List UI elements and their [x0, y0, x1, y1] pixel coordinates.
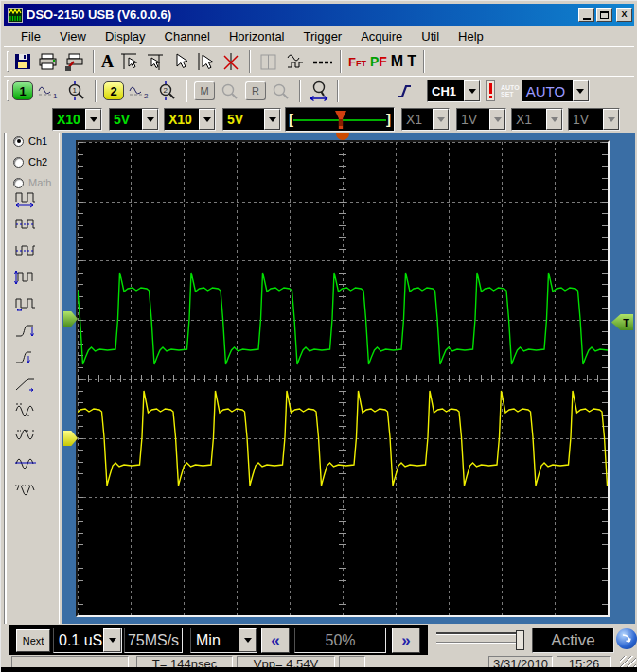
- ch1-probe-select[interactable]: X10: [52, 108, 102, 131]
- toolbar-separator: [423, 50, 425, 73]
- dropdown-arrow-icon[interactable]: [573, 80, 589, 101]
- menu-acquire[interactable]: Acquire: [351, 27, 412, 45]
- mean-icon: [14, 452, 37, 473]
- acquisition-status-value: Active: [551, 631, 594, 650]
- toolbar-vertical-settings: X10 5V X10 5V [ ] X1 1V X1: [4, 105, 634, 133]
- tool-negative-peak[interactable]: [14, 423, 46, 450]
- tool-delay[interactable]: [14, 370, 46, 397]
- trigger-mode-select[interactable]: AUTO: [522, 80, 590, 102]
- trigger-position-top-marker[interactable]: [336, 133, 349, 140]
- window-title: DSO-2150 USB (V6.0.0.6): [27, 8, 576, 22]
- save-button[interactable]: [10, 49, 35, 74]
- scroll-left-button[interactable]: «: [261, 628, 290, 653]
- reference-channel-icon: R: [245, 81, 266, 100]
- tool-rms[interactable]: [14, 476, 46, 503]
- maximize-button[interactable]: [596, 8, 612, 22]
- text-label-button[interactable]: A: [99, 49, 115, 74]
- cursor-delete-button[interactable]: [218, 49, 244, 74]
- menu-trigger[interactable]: Trigger: [294, 27, 352, 45]
- toolbar-grip[interactable]: [7, 80, 9, 101]
- title-bar: DSO-2150 USB (V6.0.0.6) X: [4, 4, 634, 26]
- dropdown-arrow-icon[interactable]: [142, 109, 158, 130]
- channel2-enable-button[interactable]: 2: [101, 79, 126, 103]
- ch1-volts-select[interactable]: 5V: [109, 108, 159, 131]
- trigger-position-slider[interactable]: [ ]: [285, 107, 395, 132]
- close-button[interactable]: X: [616, 8, 632, 22]
- dropdown-arrow-icon[interactable]: [264, 109, 280, 130]
- tool-burst-width[interactable]: [14, 264, 46, 291]
- tool-duty-cycle[interactable]: [14, 291, 46, 317]
- pass-fail-button[interactable]: PF: [368, 49, 389, 74]
- fft-button[interactable]: FFT: [346, 49, 368, 74]
- alt2-probe-select: X1: [511, 108, 563, 131]
- app-window: DSO-2150 USB (V6.0.0.6) X File View Disp…: [0, 0, 637, 672]
- channel1-waveform-button[interactable]: 1: [35, 79, 63, 103]
- print-button[interactable]: [35, 49, 62, 74]
- alt1-probe-value: X1: [402, 109, 433, 130]
- menu-util[interactable]: Util: [412, 27, 449, 45]
- channel2-radio[interactable]: Ch2: [13, 154, 47, 169]
- text-annotation-button[interactable]: T: [405, 49, 418, 74]
- menu-horizontal[interactable]: Horizontal: [220, 27, 294, 45]
- tool-period[interactable]: [14, 185, 46, 211]
- ch2-probe-select[interactable]: X10: [164, 108, 216, 131]
- tool-mean[interactable]: [14, 450, 46, 476]
- position-slider[interactable]: [434, 630, 527, 651]
- ch2-volts-value: 5V: [223, 109, 264, 130]
- menu-help[interactable]: Help: [449, 27, 493, 45]
- trigger-source-select[interactable]: CH1: [427, 80, 481, 102]
- trigger-slope-button[interactable]: [393, 79, 416, 103]
- interpolation-value: Min: [191, 628, 239, 652]
- tool-fall-time[interactable]: [14, 344, 46, 370]
- menu-channel[interactable]: Channel: [155, 27, 220, 45]
- dropdown-arrow-icon[interactable]: [85, 109, 101, 130]
- trigger-slope-icon: [395, 80, 414, 101]
- minimize-button[interactable]: [578, 8, 594, 22]
- tool-positive-width[interactable]: [14, 211, 46, 238]
- maximize-icon: [600, 11, 609, 19]
- measure-button[interactable]: M: [389, 49, 405, 74]
- cursor-track-button[interactable]: [191, 49, 218, 74]
- interpolation-select[interactable]: Min: [190, 628, 257, 653]
- slider-thumb[interactable]: [516, 630, 524, 650]
- tool-negative-width[interactable]: [14, 238, 46, 264]
- delay-icon: [14, 373, 37, 394]
- dropdown-arrow-icon[interactable]: [103, 628, 121, 652]
- toolbar-separator: [299, 80, 301, 102]
- panel-toggle-button[interactable]: [616, 628, 637, 649]
- svg-text:1: 1: [73, 86, 78, 95]
- tool-amplitude[interactable]: [14, 397, 46, 423]
- toolbar-separator: [340, 50, 342, 73]
- menu-file[interactable]: File: [11, 27, 50, 45]
- channel2-vzoom-button[interactable]: 2: [154, 79, 181, 103]
- toolbar-grip[interactable]: [7, 51, 9, 72]
- dropdown-arrow-icon[interactable]: [199, 109, 215, 130]
- next-button[interactable]: Next: [16, 629, 50, 652]
- dropdown-arrow-icon[interactable]: [239, 628, 257, 652]
- trigger-level-marker[interactable]: T: [611, 314, 633, 330]
- channel2-waveform-button[interactable]: 2: [126, 79, 154, 103]
- menu-display[interactable]: Display: [96, 27, 155, 45]
- cursor-horizontal-button[interactable]: [115, 49, 142, 74]
- dotted-line-button[interactable]: [309, 49, 335, 74]
- channel1-radio-label: Ch1: [28, 135, 47, 147]
- tool-rise-time[interactable]: [14, 317, 46, 344]
- waveform-display-button[interactable]: [282, 49, 309, 74]
- exclamation-bar-icon: [489, 83, 492, 94]
- arrow-down-right-icon: [621, 633, 632, 645]
- timebase-select[interactable]: 0.1 uS: [53, 628, 122, 653]
- cursor-arrow-button[interactable]: [168, 49, 191, 74]
- channel1-vzoom-button[interactable]: 1: [63, 79, 90, 103]
- menu-view[interactable]: View: [50, 27, 96, 45]
- horizontal-zoom-button[interactable]: [306, 79, 332, 103]
- channel1-radio[interactable]: Ch1: [13, 133, 47, 149]
- channel1-enable-button[interactable]: 1: [10, 79, 35, 103]
- dropdown-arrow-icon[interactable]: [464, 80, 480, 101]
- channel1-waveform-icon: 1: [37, 80, 62, 101]
- channel2-radio-label: Ch2: [28, 156, 47, 168]
- cursor-vertical-button[interactable]: [142, 49, 168, 74]
- print-setup-button[interactable]: [62, 49, 88, 74]
- scroll-right-button[interactable]: »: [392, 628, 420, 653]
- ch2-volts-select[interactable]: 5V: [222, 108, 281, 131]
- slider-lower-track: [436, 642, 520, 644]
